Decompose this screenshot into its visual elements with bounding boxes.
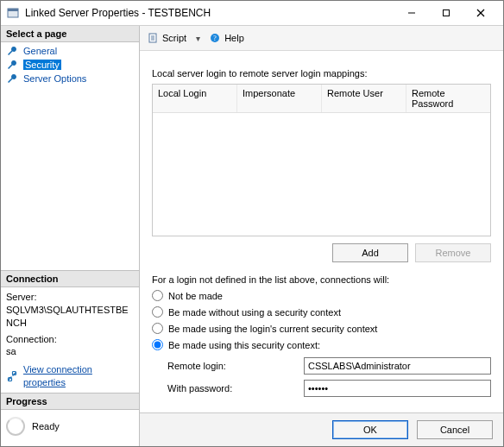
- grid-header: Local Login Impersonate Remote User Remo…: [153, 85, 490, 113]
- right-pane: Script ▾ ? Help Local server login to re…: [140, 26, 503, 446]
- toolbar: Script ▾ ? Help: [140, 26, 503, 51]
- col-remote-password: Remote Password: [406, 85, 490, 112]
- radio-label: Not be made: [168, 291, 223, 301]
- connection-header: Connection: [1, 270, 139, 287]
- page-nav: General Security Server Options: [1, 42, 139, 87]
- col-impersonate: Impersonate: [237, 85, 322, 112]
- progress-header: Progress: [1, 393, 139, 410]
- wrench-icon: [6, 59, 18, 71]
- progress-status: Ready: [32, 421, 60, 431]
- spinner-icon: [6, 417, 25, 436]
- script-button[interactable]: Script: [147, 32, 186, 44]
- connection-label: Connection:: [6, 333, 134, 346]
- radio-no-security-context[interactable]: Be made without using a security context: [152, 306, 491, 318]
- nav-label: Security: [23, 60, 61, 70]
- dialog-window: Linked Server Properties - TESTBENCH Sel…: [0, 0, 504, 447]
- radio-this-security-context[interactable]: Be made using this security context:: [152, 339, 491, 350]
- content-area: Local server login to remote server logi…: [140, 51, 503, 412]
- radio-current-security-context[interactable]: Be made using the login's current securi…: [152, 323, 491, 334]
- nav-item-general[interactable]: General: [1, 44, 139, 58]
- ok-button[interactable]: OK: [332, 420, 408, 439]
- security-context-form: Remote login: With password:: [167, 357, 491, 397]
- left-pane: Select a page General Security: [1, 26, 140, 446]
- view-connection-properties-link[interactable]: View connection properties: [23, 363, 134, 389]
- radio-input[interactable]: [152, 306, 163, 318]
- help-label: Help: [224, 33, 244, 43]
- mapping-intro: Local server login to remote server logi…: [152, 68, 491, 79]
- cancel-button[interactable]: Cancel: [417, 420, 493, 439]
- dropdown-icon[interactable]: ▾: [193, 34, 202, 43]
- help-icon: ?: [209, 32, 221, 44]
- svg-rect-1: [8, 9, 18, 11]
- radio-group: Not be made Be made without using a secu…: [152, 290, 491, 350]
- svg-text:?: ?: [213, 35, 217, 42]
- remove-button[interactable]: Remove: [415, 243, 491, 262]
- radio-label: Be made using this security context:: [168, 340, 320, 350]
- connection-value: sa: [6, 345, 134, 358]
- col-local-login: Local Login: [153, 85, 237, 112]
- minimize-button[interactable]: [394, 3, 429, 23]
- help-button[interactable]: ? Help: [209, 32, 244, 44]
- nav-item-server-options[interactable]: Server Options: [1, 72, 139, 85]
- with-password-label: With password:: [167, 383, 297, 393]
- radio-input[interactable]: [152, 339, 163, 350]
- remote-login-field[interactable]: [304, 357, 491, 375]
- add-button[interactable]: Add: [332, 243, 408, 262]
- radio-input[interactable]: [152, 290, 163, 301]
- radio-not-be-made[interactable]: Not be made: [152, 290, 491, 301]
- titlebar: Linked Server Properties - TESTBENCH: [1, 1, 503, 26]
- remote-login-label: Remote login:: [167, 361, 297, 371]
- connection-info: Server: SQLVM3\SQLAUTHTESTBENCH Connecti…: [1, 287, 139, 393]
- wrench-icon: [6, 72, 18, 85]
- radio-input[interactable]: [152, 323, 163, 334]
- close-button[interactable]: [463, 3, 498, 23]
- maximize-button[interactable]: [429, 3, 463, 23]
- connection-icon: [6, 370, 18, 382]
- login-mapping-grid[interactable]: Local Login Impersonate Remote User Remo…: [152, 84, 491, 236]
- radio-label: Be made using the login's current securi…: [168, 324, 377, 334]
- server-value: SQLVM3\SQLAUTHTESTBENCH: [6, 304, 134, 330]
- select-page-header: Select a page: [1, 26, 139, 42]
- app-icon: [6, 6, 20, 20]
- radio-label: Be made without using a security context: [168, 307, 341, 318]
- with-password-field[interactable]: [304, 380, 491, 397]
- grid-body: [153, 113, 490, 236]
- window-title: Linked Server Properties - TESTBENCH: [25, 7, 394, 19]
- script-label: Script: [162, 33, 186, 43]
- nav-label: General: [23, 46, 57, 56]
- nav-item-security[interactable]: Security: [1, 58, 139, 72]
- radio-intro: For a login not defined in the list abov…: [152, 274, 491, 285]
- script-icon: [147, 32, 159, 44]
- svg-rect-3: [444, 10, 450, 16]
- nav-label: Server Options: [23, 73, 86, 84]
- window-controls: [394, 3, 498, 23]
- wrench-icon: [6, 45, 18, 57]
- col-remote-user: Remote User: [322, 85, 406, 112]
- progress-block: Ready: [1, 410, 139, 446]
- dialog-footer: OK Cancel: [140, 412, 503, 446]
- server-label: Server:: [6, 291, 134, 304]
